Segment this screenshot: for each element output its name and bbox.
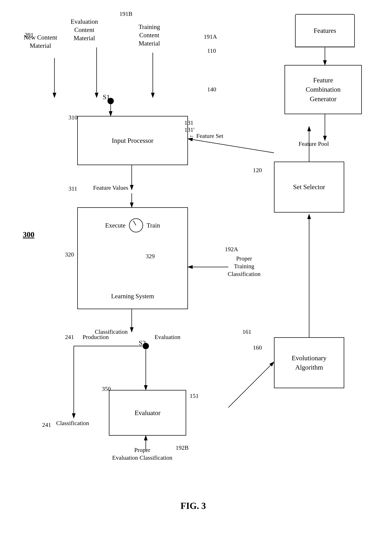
learning-system-box: Execute Train Learning System: [77, 207, 188, 309]
input-processor-label: Input Processor: [112, 137, 153, 144]
feature-pool-label: Feature Pool: [299, 141, 329, 147]
train-label: Train: [147, 222, 160, 229]
input-processor-box: Input Processor: [77, 116, 188, 165]
label-311: 311: [69, 185, 77, 192]
label-320: 320: [65, 251, 74, 258]
new-content-material-text: New Content Material: [23, 33, 58, 50]
label-310: 310: [69, 114, 77, 121]
evaluation-content-material-text: EvaluationContentMaterial: [65, 18, 104, 42]
evaluation-label: Evaluation: [154, 334, 180, 340]
label-329: 329: [146, 253, 155, 260]
label-192a: 192A: [225, 246, 238, 253]
proper-evaluation-classification-label: ProperEvaluation Classification: [98, 446, 186, 462]
feature-combination-generator-box: FeatureCombinationGenerator: [285, 65, 362, 114]
fig-label: FIG. 3: [158, 501, 228, 511]
set-selector-label: Set Selector: [293, 182, 325, 192]
label-140: 140: [207, 86, 216, 93]
s1-label: S1: [103, 93, 110, 101]
label-160: 160: [253, 344, 262, 351]
s2-label: S2: [139, 339, 146, 347]
label-191b: 191B: [119, 10, 132, 17]
evaluator-label: Evaluator: [135, 409, 160, 417]
svg-line-7: [188, 139, 274, 153]
label-161: 161: [242, 328, 251, 335]
evolutionary-algorithm-label: EvolutionaryAlgorithm: [292, 353, 327, 372]
feature-values-label: Feature Values: [93, 184, 128, 191]
feature-set-label: ← Feature Set: [189, 133, 223, 139]
features-label: Features: [314, 27, 336, 34]
learning-system-content: Execute Train Learning System: [78, 208, 187, 309]
training-content-material-text: TrainingContentMaterial: [130, 23, 169, 47]
label-241a: 241: [65, 334, 74, 340]
proper-training-classification-label: ProperTrainingClassification: [222, 255, 266, 278]
set-selector-box: Set Selector: [274, 162, 344, 213]
svg-line-16: [228, 362, 274, 408]
label-151: 151: [190, 393, 199, 399]
execute-label: Execute: [105, 222, 126, 229]
evaluator-box: Evaluator: [109, 390, 186, 436]
production-label: Production: [83, 334, 109, 340]
classification-b-label: Classification: [56, 420, 89, 426]
evolutionary-algorithm-box: EvolutionaryAlgorithm: [274, 337, 344, 388]
label-350: 350: [102, 386, 111, 392]
label-191a: 191A: [204, 33, 217, 40]
label-120: 120: [253, 167, 262, 173]
label-131p: 131': [184, 126, 194, 133]
label-241b: 241: [42, 422, 51, 428]
learning-system-label: Learning System: [111, 293, 154, 300]
features-box: Features: [295, 14, 355, 47]
label-110: 110: [207, 47, 216, 54]
label-300: 300: [23, 230, 34, 239]
diagram: Features FeatureCombinationGenerator Fea…: [0, 0, 392, 534]
label-131: 131: [184, 119, 193, 126]
feature-combination-generator-label: FeatureCombinationGenerator: [306, 75, 341, 104]
